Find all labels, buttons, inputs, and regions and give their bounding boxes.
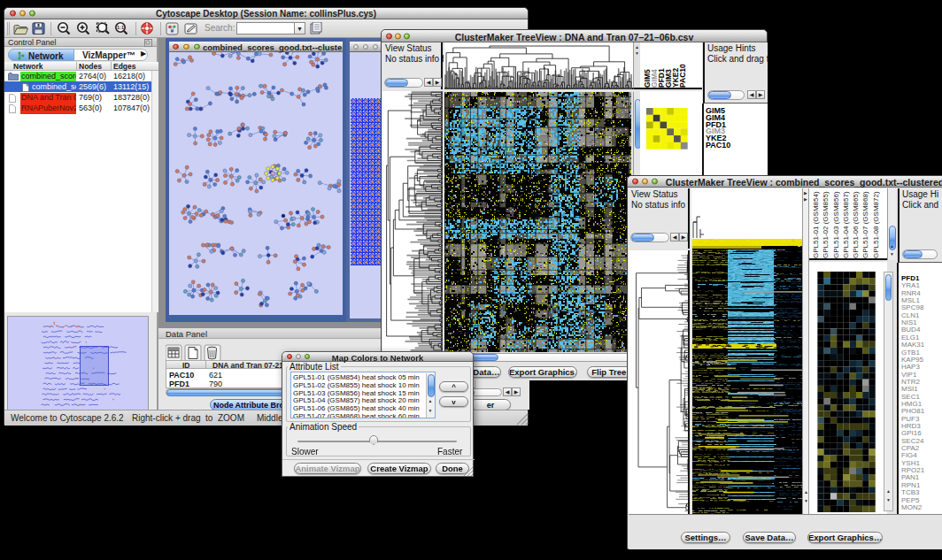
svg-text:1:1: 1:1 — [117, 25, 124, 30]
